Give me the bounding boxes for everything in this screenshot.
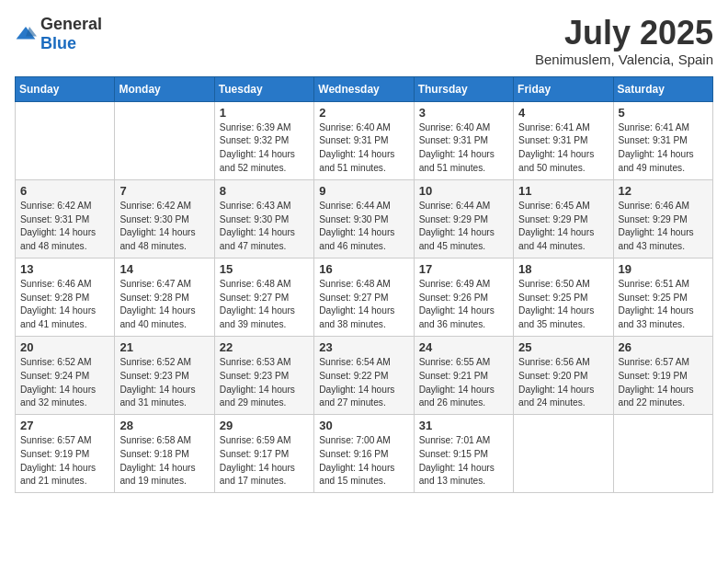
calendar-week-row: 6Sunrise: 6:42 AM Sunset: 9:31 PM Daylig… [16,179,713,258]
day-number: 24 [419,340,508,354]
day-number: 1 [220,106,309,120]
calendar-cell [613,415,712,493]
cell-content: Sunrise: 6:46 AM Sunset: 9:28 PM Dayligh… [20,278,109,332]
cell-content: Sunrise: 6:59 AM Sunset: 9:17 PM Dayligh… [220,434,309,488]
calendar-cell: 14Sunrise: 6:47 AM Sunset: 9:28 PM Dayli… [115,258,214,336]
calendar-cell: 1Sunrise: 6:39 AM Sunset: 9:32 PM Daylig… [214,101,313,179]
cell-content: Sunrise: 7:00 AM Sunset: 9:16 PM Dayligh… [319,434,408,488]
day-number: 16 [319,262,408,276]
logo-icon [15,23,37,45]
calendar-cell [115,101,214,179]
calendar-cell: 10Sunrise: 6:44 AM Sunset: 9:29 PM Dayli… [414,179,513,258]
cell-content: Sunrise: 6:49 AM Sunset: 9:26 PM Dayligh… [419,278,508,332]
cell-content: Sunrise: 6:50 AM Sunset: 9:25 PM Dayligh… [518,278,608,332]
cell-content: Sunrise: 6:44 AM Sunset: 9:30 PM Dayligh… [319,200,408,254]
calendar-cell: 30Sunrise: 7:00 AM Sunset: 9:16 PM Dayli… [314,415,414,493]
calendar-cell: 5Sunrise: 6:41 AM Sunset: 9:31 PM Daylig… [613,101,712,179]
header: General Blue July 2025 Benimuslem, Valen… [15,15,713,67]
day-number: 15 [220,262,309,276]
weekday-header-thursday: Thursday [414,76,513,101]
calendar-cell: 28Sunrise: 6:58 AM Sunset: 9:18 PM Dayli… [115,415,214,493]
calendar-cell: 18Sunrise: 6:50 AM Sunset: 9:25 PM Dayli… [514,258,613,336]
calendar-cell: 29Sunrise: 6:59 AM Sunset: 9:17 PM Dayli… [214,415,313,493]
cell-content: Sunrise: 6:57 AM Sunset: 9:19 PM Dayligh… [619,356,708,410]
weekday-header-sunday: Sunday [16,76,115,101]
logo-blue: Blue [40,34,76,52]
cell-content: Sunrise: 6:54 AM Sunset: 9:22 PM Dayligh… [319,356,408,410]
calendar-cell: 26Sunrise: 6:57 AM Sunset: 9:19 PM Dayli… [613,336,712,414]
day-number: 4 [518,106,608,120]
cell-content: Sunrise: 6:41 AM Sunset: 9:31 PM Dayligh… [518,121,608,176]
cell-content: Sunrise: 6:45 AM Sunset: 9:29 PM Dayligh… [518,200,608,254]
cell-content: Sunrise: 6:47 AM Sunset: 9:28 PM Dayligh… [119,278,209,332]
day-number: 3 [419,106,508,120]
day-number: 22 [220,340,309,354]
day-number: 13 [20,262,109,276]
day-number: 7 [119,184,209,198]
cell-content: Sunrise: 6:40 AM Sunset: 9:31 PM Dayligh… [419,121,508,176]
calendar-cell: 15Sunrise: 6:48 AM Sunset: 9:27 PM Dayli… [214,258,313,336]
day-number: 11 [518,184,608,198]
calendar-cell: 27Sunrise: 6:57 AM Sunset: 9:19 PM Dayli… [16,415,115,493]
day-number: 10 [419,184,508,198]
weekday-header-monday: Monday [115,76,214,101]
calendar-cell: 8Sunrise: 6:43 AM Sunset: 9:30 PM Daylig… [214,179,313,258]
cell-content: Sunrise: 6:52 AM Sunset: 9:24 PM Dayligh… [20,356,109,410]
calendar-cell: 6Sunrise: 6:42 AM Sunset: 9:31 PM Daylig… [16,179,115,258]
day-number: 25 [518,340,608,354]
cell-content: Sunrise: 6:42 AM Sunset: 9:30 PM Dayligh… [119,200,209,254]
month-title: July 2025 [535,15,713,52]
calendar-week-row: 27Sunrise: 6:57 AM Sunset: 9:19 PM Dayli… [16,415,713,493]
calendar-week-row: 20Sunrise: 6:52 AM Sunset: 9:24 PM Dayli… [16,336,713,414]
cell-content: Sunrise: 6:51 AM Sunset: 9:25 PM Dayligh… [619,278,708,332]
calendar-table: SundayMondayTuesdayWednesdayThursdayFrid… [15,76,713,494]
day-number: 21 [119,340,209,354]
calendar-week-row: 13Sunrise: 6:46 AM Sunset: 9:28 PM Dayli… [16,258,713,336]
cell-content: Sunrise: 6:41 AM Sunset: 9:31 PM Dayligh… [619,121,708,176]
calendar-cell: 19Sunrise: 6:51 AM Sunset: 9:25 PM Dayli… [613,258,712,336]
calendar-cell: 7Sunrise: 6:42 AM Sunset: 9:30 PM Daylig… [115,179,214,258]
cell-content: Sunrise: 6:42 AM Sunset: 9:31 PM Dayligh… [20,200,109,254]
calendar-cell: 22Sunrise: 6:53 AM Sunset: 9:23 PM Dayli… [214,336,313,414]
title-area: July 2025 Benimuslem, Valencia, Spain [535,15,713,67]
cell-content: Sunrise: 6:56 AM Sunset: 9:20 PM Dayligh… [518,356,608,410]
weekday-header-row: SundayMondayTuesdayWednesdayThursdayFrid… [16,76,713,101]
day-number: 5 [619,106,708,120]
logo: General Blue [15,15,102,53]
day-number: 9 [319,184,408,198]
day-number: 6 [20,184,109,198]
calendar-cell: 24Sunrise: 6:55 AM Sunset: 9:21 PM Dayli… [414,336,513,414]
calendar-cell: 20Sunrise: 6:52 AM Sunset: 9:24 PM Dayli… [16,336,115,414]
day-number: 19 [619,262,708,276]
cell-content: Sunrise: 6:39 AM Sunset: 9:32 PM Dayligh… [220,121,309,176]
calendar-cell: 25Sunrise: 6:56 AM Sunset: 9:20 PM Dayli… [514,336,613,414]
calendar-cell: 16Sunrise: 6:48 AM Sunset: 9:27 PM Dayli… [314,258,414,336]
cell-content: Sunrise: 7:01 AM Sunset: 9:15 PM Dayligh… [419,434,508,488]
day-number: 30 [319,419,408,432]
location-title: Benimuslem, Valencia, Spain [535,52,713,67]
weekday-header-friday: Friday [514,76,613,101]
cell-content: Sunrise: 6:48 AM Sunset: 9:27 PM Dayligh… [220,278,309,332]
day-number: 31 [419,419,508,432]
cell-content: Sunrise: 6:55 AM Sunset: 9:21 PM Dayligh… [419,356,508,410]
day-number: 18 [518,262,608,276]
day-number: 28 [119,419,209,432]
weekday-header-saturday: Saturday [613,76,712,101]
calendar-cell: 4Sunrise: 6:41 AM Sunset: 9:31 PM Daylig… [514,101,613,179]
calendar-cell: 3Sunrise: 6:40 AM Sunset: 9:31 PM Daylig… [414,101,513,179]
cell-content: Sunrise: 6:53 AM Sunset: 9:23 PM Dayligh… [220,356,309,410]
cell-content: Sunrise: 6:43 AM Sunset: 9:30 PM Dayligh… [220,200,309,254]
calendar-body: 1Sunrise: 6:39 AM Sunset: 9:32 PM Daylig… [16,101,713,493]
calendar-cell: 21Sunrise: 6:52 AM Sunset: 9:23 PM Dayli… [115,336,214,414]
logo-text: General Blue [40,15,102,53]
cell-content: Sunrise: 6:44 AM Sunset: 9:29 PM Dayligh… [419,200,508,254]
calendar-cell: 23Sunrise: 6:54 AM Sunset: 9:22 PM Dayli… [314,336,414,414]
day-number: 12 [619,184,708,198]
cell-content: Sunrise: 6:48 AM Sunset: 9:27 PM Dayligh… [319,278,408,332]
calendar-week-row: 1Sunrise: 6:39 AM Sunset: 9:32 PM Daylig… [16,101,713,179]
day-number: 14 [119,262,209,276]
cell-content: Sunrise: 6:57 AM Sunset: 9:19 PM Dayligh… [20,434,109,488]
cell-content: Sunrise: 6:52 AM Sunset: 9:23 PM Dayligh… [119,356,209,410]
day-number: 23 [319,340,408,354]
calendar-cell: 12Sunrise: 6:46 AM Sunset: 9:29 PM Dayli… [613,179,712,258]
